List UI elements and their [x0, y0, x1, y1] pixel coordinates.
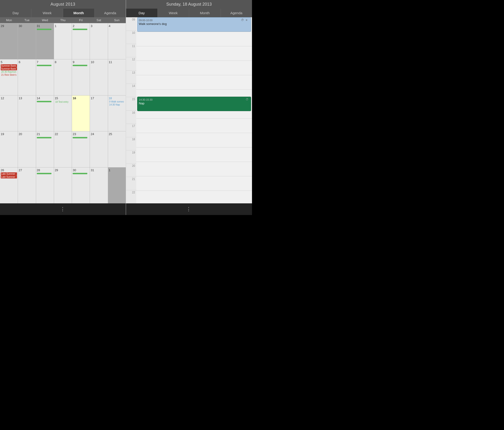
- event-late-summer-1: Late Summer: [1, 172, 17, 175]
- hour-line-17: [136, 133, 252, 133]
- event-summer-bank-2: Summer Bank: [1, 67, 17, 70]
- day-header-mon: Mon: [0, 17, 18, 23]
- event-walk-someone: 9 Walk someo: [109, 100, 125, 103]
- hour-line-21: [136, 190, 252, 191]
- day-cell-6-aug[interactable]: 6: [18, 59, 36, 95]
- day-cell-31-jul[interactable]: 31: [36, 23, 54, 59]
- event-walk-dog-title: Walk someone's dog: [139, 22, 249, 26]
- event-bar-green: [37, 137, 52, 138]
- event-bar-green: [73, 173, 87, 174]
- day-cell-18-aug[interactable]: 18 9 Walk someo 14:30 Nap: [108, 96, 126, 131]
- day-cell-23-aug[interactable]: 23: [72, 131, 90, 167]
- tab-agenda-left[interactable]: Agenda: [95, 9, 126, 17]
- left-calendar-title: August 2013: [0, 0, 126, 9]
- right-day-panel: Sunday, 18 August 2013 Day Week Month Ag…: [126, 0, 252, 215]
- hour-line-19: [136, 162, 252, 162]
- day-cell-17-aug[interactable]: 17: [90, 96, 108, 131]
- day-cell-9-aug[interactable]: 9: [72, 59, 90, 95]
- tab-month-right[interactable]: Month: [189, 9, 221, 17]
- day-cell-29-aug[interactable]: 29: [54, 168, 72, 203]
- day-view: 09 10 11 12 13 14 15 16 17 18 19 20 21 2…: [126, 17, 252, 203]
- time-17: 17: [126, 124, 136, 137]
- time-18: 18: [126, 137, 136, 150]
- time-22: 22: [126, 190, 136, 203]
- list-icon: ≡: [246, 18, 249, 22]
- week-row-3: 12 13 14 15 18 Test entry 16 17 18 9 Wal…: [0, 95, 126, 131]
- hour-line-14: [136, 90, 252, 90]
- day-cell-26-aug[interactable]: 26 Late Summer Late Summer: [0, 168, 18, 203]
- day-cell-3-aug[interactable]: 3: [90, 23, 108, 59]
- time-20: 20: [126, 163, 136, 177]
- day-cell-28-aug[interactable]: 28: [36, 168, 54, 203]
- time-12: 12: [126, 57, 136, 70]
- event-walk-dog-time: 09:00-10:00 ⏱ ≡: [139, 18, 249, 22]
- day-cell-15-aug[interactable]: 15 18 Test entry: [54, 96, 72, 131]
- day-cell-14-aug[interactable]: 14: [36, 96, 54, 131]
- day-headers: Mon Tue Wed Thu Fri Sat Sun: [0, 17, 126, 23]
- day-cell-20-aug[interactable]: 20: [18, 131, 36, 167]
- day-header-sun: Sun: [108, 17, 126, 23]
- day-cell-1-sep[interactable]: 1: [108, 168, 126, 203]
- event-bar-green: [37, 29, 52, 30]
- hour-line-20: [136, 176, 252, 176]
- event-late-summer-2: Late Summer: [1, 175, 17, 179]
- left-calendar-panel: August 2013 Day Week Month Agenda Mon Tu…: [0, 0, 126, 215]
- time-10: 10: [126, 30, 136, 44]
- day-cell-7-aug[interactable]: 7: [36, 59, 54, 95]
- tab-day-right[interactable]: Day: [126, 9, 157, 17]
- event-test-entry: 18 Test entry: [55, 100, 71, 103]
- hour-line-13: [136, 75, 252, 75]
- day-cell-29-jul[interactable]: 29: [0, 23, 18, 59]
- tab-day-left[interactable]: Day: [0, 9, 31, 17]
- day-cell-4-aug[interactable]: 4: [108, 23, 126, 59]
- day-cell-30-jul[interactable]: 30: [18, 23, 36, 59]
- day-cell-5-aug[interactable]: 5 Summer Bank Summer Bank 20:30 Raymon 2…: [0, 59, 18, 95]
- left-tab-bar: Day Week Month Agenda: [0, 9, 126, 17]
- event-bar-green: [73, 65, 87, 66]
- tab-agenda-right[interactable]: Agenda: [221, 9, 252, 17]
- left-bottom-bar: ⋮: [0, 203, 126, 215]
- day-cell-10-aug[interactable]: 10: [90, 59, 108, 95]
- day-cell-16-aug-today[interactable]: 16: [72, 96, 90, 131]
- day-header-thu: Thu: [54, 17, 72, 23]
- time-13: 13: [126, 70, 136, 84]
- day-cell-11-aug[interactable]: 11: [108, 59, 126, 95]
- events-column: 09:00-10:00 ⏱ ≡ Walk someone's dog 14:30…: [136, 17, 252, 203]
- day-cell-22-aug[interactable]: 22: [54, 131, 72, 167]
- time-15: 15: [126, 97, 136, 110]
- time-11: 11: [126, 44, 136, 57]
- time-14: 14: [126, 84, 136, 97]
- event-walk-dog[interactable]: 09:00-10:00 ⏱ ≡ Walk someone's dog: [137, 17, 251, 32]
- day-cell-27-aug[interactable]: 27: [18, 168, 36, 203]
- event-bar-green: [37, 173, 52, 174]
- day-cell-31-aug[interactable]: 31: [90, 168, 108, 203]
- day-cell-21-aug[interactable]: 21: [36, 131, 54, 167]
- tab-week-right[interactable]: Week: [158, 9, 189, 17]
- menu-dots-icon-right[interactable]: ⋮: [186, 206, 192, 212]
- week-row-1: 29 30 31 1 2 3 4: [0, 23, 126, 59]
- day-header-fri: Fri: [72, 17, 90, 23]
- week-row-2: 5 Summer Bank Summer Bank 20:30 Raymon 2…: [0, 59, 126, 95]
- time-16: 16: [126, 110, 136, 124]
- event-nap[interactable]: 14:30-15:30 ⏱ Nap: [137, 97, 251, 111]
- day-cell-8-aug[interactable]: 8: [54, 59, 72, 95]
- event-nap-time: 14:30-15:30 ⏱: [139, 98, 249, 102]
- day-cell-13-aug[interactable]: 13: [18, 96, 36, 131]
- event-bar-green: [73, 29, 87, 30]
- day-cell-24-aug[interactable]: 24: [90, 131, 108, 167]
- tab-week-left[interactable]: Week: [31, 9, 63, 17]
- day-cell-2-aug[interactable]: 2: [72, 23, 90, 59]
- day-cell-30-aug[interactable]: 30: [72, 168, 90, 203]
- week-row-5: 26 Late Summer Late Summer 27 28 29 30 3…: [0, 167, 126, 203]
- hour-line-11: [136, 46, 252, 46]
- day-cell-19-aug[interactable]: 19: [0, 131, 18, 167]
- event-bar-green: [73, 137, 87, 138]
- day-cell-25-aug[interactable]: 25: [108, 131, 126, 167]
- menu-dots-icon-left[interactable]: ⋮: [60, 206, 66, 212]
- day-cell-1-aug[interactable]: 1: [54, 23, 72, 59]
- tab-month-left[interactable]: Month: [63, 9, 95, 17]
- day-cell-12-aug[interactable]: 12: [0, 96, 18, 131]
- hour-line-12: [136, 61, 252, 61]
- clock-icon: ⏱: [241, 18, 245, 22]
- event-nap-title: Nap: [139, 102, 249, 105]
